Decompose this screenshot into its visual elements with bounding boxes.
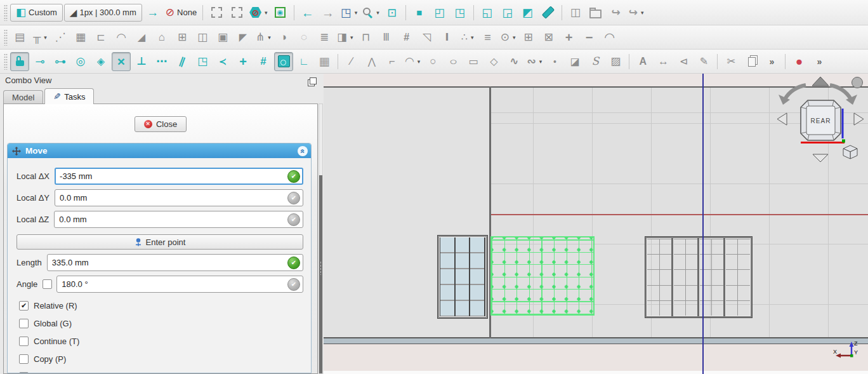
floor-band[interactable] xyxy=(324,344,868,371)
pipe-fittings-button[interactable]: ⋔▾ xyxy=(254,28,273,47)
move-task-header[interactable]: Move « xyxy=(8,144,311,158)
enter-point-button[interactable]: Enter point xyxy=(16,234,303,250)
box-element-selection-button[interactable] xyxy=(227,3,246,22)
remove-button[interactable]: − xyxy=(580,28,599,47)
external-reference-button[interactable]: ◫ xyxy=(193,28,212,47)
line-style-button[interactable]: ◢1px | 300.0 mm xyxy=(64,4,142,22)
dimension-button[interactable]: ↔ xyxy=(654,52,673,71)
shell-button[interactable]: ◤ xyxy=(233,28,253,47)
view-sync-button[interactable]: ◉ xyxy=(271,3,290,22)
copy-checkbox[interactable] xyxy=(19,354,29,364)
snap-special-button[interactable]: ≺ xyxy=(213,52,232,71)
modify-subelements-checkbox[interactable] xyxy=(19,372,29,373)
local-dz-input[interactable] xyxy=(54,211,303,228)
line-button[interactable]: ∕ xyxy=(342,52,361,71)
building-button[interactable]: ⌂ xyxy=(152,28,171,47)
component-button[interactable]: ⊞ xyxy=(519,28,538,47)
apply-style-button[interactable]: → xyxy=(143,3,162,22)
add-button[interactable]: + xyxy=(560,28,579,47)
window-object-right[interactable] xyxy=(645,237,752,317)
building-part-button[interactable]: ⊏ xyxy=(91,28,110,47)
local-dy-input[interactable] xyxy=(55,189,303,206)
angle-checkbox[interactable] xyxy=(43,279,52,289)
stairs-button[interactable]: ≣ xyxy=(315,28,334,47)
autogroup-button[interactable]: ⊘None xyxy=(164,3,199,22)
fit-all-button[interactable]: ⊡ xyxy=(383,3,402,22)
snap-near-button[interactable]: ⋯ xyxy=(152,52,171,71)
schedule-button[interactable]: ≡ xyxy=(478,28,497,47)
snap-master-button[interactable]: ⊘▾ xyxy=(247,3,270,22)
roof-button[interactable]: ◢ xyxy=(132,28,151,47)
toolbar-overflow-button[interactable]: » xyxy=(762,52,781,71)
snap-angle-button[interactable]: ◈ xyxy=(91,52,110,71)
frame-button[interactable]: ⊓ xyxy=(357,28,376,47)
snap-center-button[interactable]: ◎ xyxy=(71,52,90,71)
working-drawing-button[interactable]: ⊞ xyxy=(173,28,192,47)
text-button[interactable]: A xyxy=(633,52,652,71)
local-dx-input[interactable] xyxy=(55,168,303,185)
cut-button[interactable]: ✂ xyxy=(721,52,740,71)
tab-tasks[interactable]: ✎ Tasks xyxy=(44,88,94,104)
arc-button[interactable]: ◠▾ xyxy=(403,52,422,71)
grille-button[interactable]: Ⅲ xyxy=(377,28,396,47)
polygon-button[interactable]: ◇ xyxy=(484,52,503,71)
wall-button[interactable]: ▤ xyxy=(10,28,29,47)
clone-component-button[interactable]: ⊠ xyxy=(539,28,558,47)
snap-perpendicular-button[interactable]: ⊥ xyxy=(132,52,151,71)
angle-input[interactable] xyxy=(56,276,303,293)
facebinder-button[interactable]: ◪ xyxy=(565,52,584,71)
length-input[interactable] xyxy=(47,254,303,271)
label-button[interactable]: ⊲ xyxy=(674,52,693,71)
panel-scrollbar-thumb[interactable] xyxy=(319,175,322,373)
annotation-styles-button[interactable]: ✎ xyxy=(694,52,713,71)
snap-grid-button[interactable]: # xyxy=(254,52,273,71)
panel-scrollbar[interactable] xyxy=(319,104,323,374)
bezier-button[interactable]: ∾▾ xyxy=(525,52,544,71)
bspline-button[interactable]: ∿ xyxy=(504,52,523,71)
panel-button[interactable]: ◨▾ xyxy=(335,28,355,47)
equipment-button[interactable]: ◠ xyxy=(112,28,131,47)
floor-slab-edge[interactable] xyxy=(324,337,868,344)
bottom-view-button[interactable]: ◲ xyxy=(498,3,517,22)
truss-button[interactable]: ◹ xyxy=(418,28,437,47)
window-object-left[interactable] xyxy=(438,236,487,318)
box-selection-button[interactable] xyxy=(207,3,226,22)
ellipse-button[interactable]: ○ xyxy=(444,52,463,71)
snap-extension-button[interactable]: ∥ xyxy=(173,52,192,71)
navigation-cube[interactable]: REAR xyxy=(768,74,868,169)
paste-button[interactable] xyxy=(742,52,761,71)
curtain-wall-button[interactable]: ▦ xyxy=(71,28,90,47)
snap-ortho-button[interactable]: + xyxy=(233,52,253,71)
zoom-button[interactable]: ▾ xyxy=(360,3,381,22)
working-plane-button[interactable]: ◧Custom xyxy=(10,4,63,22)
profile-button[interactable]: Ⅰ xyxy=(438,28,457,47)
export-button[interactable]: ↪ xyxy=(607,3,626,22)
continue-checkbox[interactable] xyxy=(19,337,29,346)
circle-button[interactable]: ○ xyxy=(423,52,442,71)
front-view-button[interactable]: ■ xyxy=(410,3,429,22)
undock-panel-icon[interactable] xyxy=(310,77,317,84)
close-button[interactable]: ✕ Close xyxy=(135,116,187,132)
snap-intersection-button[interactable]: × xyxy=(112,52,131,71)
std-views-button[interactable]: ◳▾ xyxy=(339,3,360,22)
polyline-button[interactable]: ⋀ xyxy=(362,52,381,71)
working-plane-view-button[interactable]: ∟ xyxy=(294,52,313,71)
fence-button[interactable]: # xyxy=(397,28,416,47)
point-button[interactable]: • xyxy=(545,52,564,71)
collapse-section-icon[interactable]: « xyxy=(298,146,308,156)
top-view-button[interactable]: ◰ xyxy=(430,3,449,22)
nav-forward-button[interactable]: → xyxy=(319,3,338,22)
rebar-button[interactable]: ⋰ xyxy=(51,28,70,47)
survey-button[interactable]: ◠ xyxy=(600,28,619,47)
window-button[interactable]: ▣ xyxy=(213,28,232,47)
structure-button[interactable]: ╥▾ xyxy=(30,28,49,47)
rectangle-button[interactable]: ▭ xyxy=(464,52,483,71)
axis-button[interactable]: ◑ xyxy=(274,28,293,47)
toggle-grid-button[interactable] xyxy=(274,52,293,71)
nav-back-button[interactable]: ← xyxy=(298,3,317,22)
selected-curtain-wall[interactable] xyxy=(490,236,595,316)
rear-view-button[interactable]: ◱ xyxy=(478,3,497,22)
transfer-button[interactable]: ◫ xyxy=(566,3,585,22)
grid-settings-button[interactable]: ▦ xyxy=(315,52,334,71)
3d-viewport[interactable]: REAR Z X Y xyxy=(324,74,868,374)
